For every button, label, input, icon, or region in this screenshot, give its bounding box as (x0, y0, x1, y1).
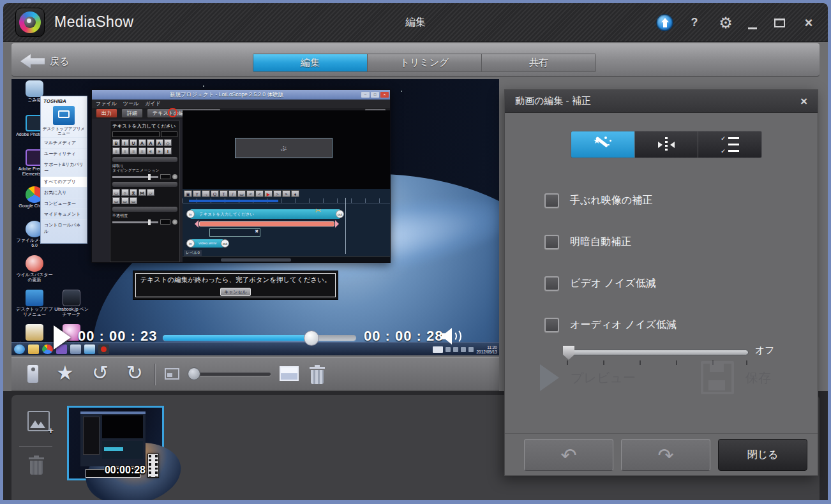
preview-button-disabled: プレビュー (514, 357, 662, 399)
undo-button[interactable]: ↶ (524, 439, 613, 471)
tab-auto-fix[interactable]: ★ (571, 131, 635, 158)
delete-icon[interactable] (310, 365, 325, 384)
rotate-left-icon[interactable]: ↺ (92, 360, 109, 386)
scissors-icon: ✂ (315, 207, 321, 215)
system-tray: 11:20 2012/05/13 (433, 345, 497, 354)
ie-icon (14, 345, 25, 354)
loilo-text-palette: テキストを入力してください BIUAAA◇ ≡≡≡≡«»I 縁取り タイピングア… (110, 121, 180, 262)
recycle-bin-icon (26, 80, 43, 97)
toshiba-menu-item: マルチメディア (41, 137, 87, 148)
disabled-actions: プレビュー 保存 (514, 357, 810, 399)
toshiba-brand: TOSHIBA (41, 96, 87, 105)
total-time: 00 : 00 : 28 (364, 328, 444, 345)
checkbox-audio-denoise[interactable]: オーディオ ノイズ低減 (544, 318, 677, 332)
desktop-icon: デスクトップアプリメニュー (15, 290, 54, 317)
loilo-message-box: テキストの編集が終わったら、完了ボタンを押してください。 キャンセル (133, 271, 338, 300)
favorite-star-icon[interactable]: ★ (56, 360, 74, 386)
rotate-right-icon[interactable]: ↻ (126, 360, 143, 386)
denoise-slider[interactable] (565, 350, 749, 355)
toshiba-menu-item: コンピューター (41, 198, 87, 209)
toolbar-divider (154, 364, 156, 385)
clip-thumbnail[interactable]: 00:00:28 (67, 406, 164, 480)
zoom-out-icon[interactable] (165, 368, 179, 380)
tray-divider (19, 446, 52, 447)
checkbox[interactable] (544, 193, 559, 208)
add-media-button[interactable]: + (27, 411, 50, 431)
message-cancel-button: キャンセル (220, 288, 251, 296)
manual-icon (26, 324, 43, 341)
checkbox-auto-light[interactable]: 明暗自動補正 (544, 235, 631, 249)
desktop-app-menu-icon (26, 290, 43, 306)
loilo-textbox: ぶ (235, 138, 333, 158)
video-preview[interactable]: ごみ箱 Adobe Photosho... Adobe Premiere Ele… (11, 79, 499, 355)
preview-play-icon (540, 364, 559, 391)
minimize-button[interactable] (741, 3, 764, 42)
toshiba-menu-item: お気に入り (41, 187, 87, 198)
tag-icon[interactable] (27, 365, 38, 383)
redo-button[interactable]: ↷ (621, 439, 710, 471)
tray-delete-icon[interactable] (29, 456, 44, 475)
play-button[interactable] (54, 325, 71, 350)
help-button[interactable]: ? (684, 3, 705, 42)
checkbox[interactable] (544, 235, 559, 249)
panel-header: 動画の編集 - 補正 × (505, 90, 818, 113)
loiloscope-titlebar: 新規プロジェクト - LoiLoScope 2.5.2.0 体験版 – □ × (92, 90, 390, 100)
app-window: MediaShow 編集 ? ⚙ × 戻る 編集 トリミング 共有 ごみ箱 Ad… (3, 3, 828, 500)
close-panel-button[interactable]: 閉じる (718, 439, 807, 471)
edit-toolbar: ★ ↺ ↻ (11, 357, 499, 390)
volume-icon[interactable] (442, 327, 463, 346)
back-arrow-icon (20, 54, 45, 68)
explorer-folder-icon (28, 345, 39, 354)
timeline-video-track: video.wmv (190, 239, 223, 248)
app-icon-swan (84, 345, 95, 354)
loilo-maximize-icon: □ (371, 92, 379, 98)
toshiba-menu-item: ユーティリティ (41, 148, 87, 159)
tab-preset-list[interactable]: ✓ ✓ (698, 131, 762, 158)
checkbox-stabilize[interactable]: 手ぶれ映像の補正 (544, 193, 652, 208)
settings-gear-icon[interactable]: ⚙ (713, 3, 738, 42)
zoom-in-icon[interactable] (280, 366, 299, 381)
timeline-transition-box: ✖ (209, 228, 260, 237)
seek-handle[interactable] (304, 330, 319, 346)
tab-share[interactable]: 共有 (482, 54, 595, 71)
checkbox[interactable] (544, 318, 559, 332)
zoom-slider-handle[interactable] (188, 367, 200, 380)
clip-duration: 00:00:28 (105, 464, 146, 476)
app-icon-monitor (70, 345, 81, 354)
loilo-timeline: ▣Y→QT/▭«<▶>»♦ テキストを入力してください ✂ in out ✖ v… (183, 189, 390, 262)
upgrade-icon (656, 14, 673, 31)
current-time: 00 : 00 : 23 (78, 328, 158, 345)
panel-close-icon[interactable]: × (800, 94, 807, 108)
panel-title: 動画の編集 - 補正 (515, 95, 800, 107)
title-bar: MediaShow 編集 ? ⚙ × (3, 3, 828, 42)
checkbox-video-denoise[interactable]: ビデオ ノイズ低減 (544, 276, 656, 291)
desktop-app-menu-tile (53, 106, 75, 125)
slider-value-label: オフ (755, 345, 775, 357)
toshiba-menu-item: サポート&リカバリー (41, 159, 87, 176)
mode-tabs: 編集 トリミング 共有 (253, 54, 596, 72)
virus-buster-icon (26, 255, 43, 272)
maximize-button[interactable] (768, 3, 791, 42)
stars-decoration (203, 85, 204, 87)
upgrade-button[interactable] (652, 3, 677, 42)
desktop-icon: ウイルスバスターの更新 (15, 255, 54, 283)
toshiba-app-menu: TOSHIBA デスクトップアプリメニュー マルチメディア ユーティリティ サポ… (40, 96, 87, 244)
zoom-slider[interactable] (189, 373, 271, 376)
tab-adjust[interactable] (635, 131, 699, 158)
loiloscope-title: 新規プロジェクト - LoiLoScope 2.5.2.0 体験版 (92, 91, 361, 99)
back-button[interactable]: 戻る (20, 52, 97, 70)
chrome-taskbar-icon (42, 345, 53, 354)
red-circle-annotation (168, 108, 177, 117)
toshiba-menu-item: マイドキュメント (41, 209, 87, 219)
seek-bar[interactable] (163, 335, 356, 341)
magic-wand-icon: ★ (592, 135, 613, 154)
loilo-close-icon: × (380, 92, 389, 98)
panel-tabs: ★ ✓ ✓ (571, 131, 762, 158)
loilo-detail-button: 詳細 (121, 108, 143, 118)
close-button[interactable]: × (796, 3, 821, 42)
timeline-playhead (345, 198, 346, 254)
back-label: 戻る (50, 56, 69, 68)
tab-trim[interactable]: トリミング (368, 54, 482, 71)
tab-edit[interactable]: 編集 (253, 54, 368, 71)
checkbox[interactable] (544, 276, 559, 291)
